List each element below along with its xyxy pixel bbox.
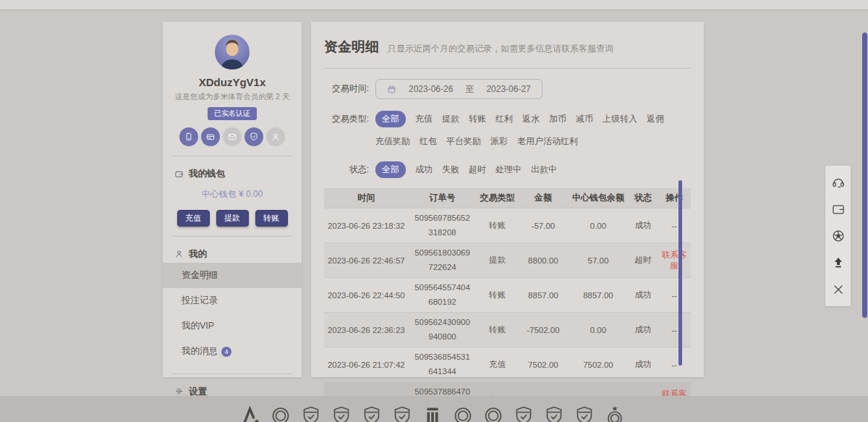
status-filter-pills: 全部成功失败超时处理中出款中 [375,160,557,178]
date-to[interactable]: 2023-06-27 [486,84,530,94]
team-badge-shield-3 [514,405,534,422]
cell-type: 提款 [476,255,518,266]
contact-support-link[interactable]: 联系客服 [658,250,691,271]
username: XDduzYgV1x [163,76,302,88]
back-to-top-icon[interactable] [831,256,846,270]
sidebar-item-投注记录[interactable]: 投注记录 [163,288,302,313]
status-pill-全部[interactable]: 全部 [375,161,406,178]
cell-type: 转账 [476,290,518,300]
type-pill-充值[interactable]: 充值 [415,111,433,127]
verify-shield-check-icon[interactable] [244,127,263,146]
cell-balance: 0.00 [568,326,629,334]
column-header-金额: 金额 [519,192,568,204]
close-icon[interactable] [831,282,846,297]
verify-mail-icon[interactable] [223,127,242,146]
sidebar-item-label: 我的VIP [182,321,214,331]
status-pill-处理中[interactable]: 处理中 [495,161,522,178]
type-filter-pills: 全部充值提款转账红利返水加币减币上级转入返佣充值奖励红包平台奖励派彩老用户活动红… [375,109,691,150]
cell-type: 转账 [476,220,518,231]
type-pill-加币[interactable]: 加币 [549,111,566,127]
verify-phone-icon[interactable] [179,127,198,146]
type-pill-上级转入[interactable]: 上级转入 [603,111,637,127]
cell-order-number: 509536854531641344 [409,347,477,381]
page-scrollbar[interactable] [862,33,867,318]
funds-detail-panel: 资金明细 只显示近两个月的交易记录，如需更多信息请联系客服查询 交易时间: 20… [311,22,704,377]
sydney-fc-logo [331,405,352,422]
message-count-badge: 4 [221,347,231,357]
status-pill-出款中[interactable]: 出款中 [531,161,557,178]
table-header-row: 时间订单号交易类型金额中心钱包余额状态操作 [324,188,691,208]
status-pill-成功[interactable]: 成功 [415,161,433,178]
verify-icons-row [163,127,302,146]
verify-user-icon[interactable] [266,127,285,146]
cell-time: 2023-06-26 22:36:23 [324,326,409,334]
date-range-picker[interactable]: 2023-06-26 至 2023-06-27 [375,79,542,99]
member-center-page: XDduzYgV1x 这是您成为多米体育会员的第 2 天 已实名认证 我的钱包 … [0,0,868,422]
wallet-button-转账[interactable]: 转账 [255,210,288,227]
cell-balance: 8857.00 [568,291,629,300]
column-header-订单号: 订单号 [409,192,477,204]
cell-status: 超时 [629,255,658,266]
cell-action: -- [658,221,691,230]
wallet-button-提款[interactable]: 提款 [216,210,249,227]
wallet-icon[interactable] [831,202,846,216]
cell-order-number: 509569785652318208 [409,208,477,242]
team-badge-round-1 [271,405,291,422]
status-filter-row: 状态: 全部成功失败超时处理中出款中 [324,160,691,178]
cell-balance: 57.00 [568,256,629,265]
type-pill-派彩[interactable]: 派彩 [490,133,508,150]
center-wallet-balance: 中心钱包 ¥ 0.00 [163,188,302,201]
type-pill-红利[interactable]: 红利 [495,111,513,127]
verify-bank-card-icon[interactable] [201,127,220,146]
wallet-buttons-row: 充值提款转账 [163,210,302,227]
type-pill-返佣[interactable]: 返佣 [647,111,664,127]
cell-balance: 7502.00 [568,360,629,369]
cell-amount: -7502.00 [519,326,568,334]
calendar-icon [387,85,396,94]
a-league-logo [240,405,260,422]
sidebar-item-我的消息[interactable]: 我的消息4 [163,339,302,364]
sidebar-item-label: 资金明细 [182,270,218,280]
headset-icon[interactable] [831,175,846,190]
cell-order-number: 509562430900940800 [409,313,477,347]
team-badge-star [605,405,625,422]
cell-status: 成功 [629,359,658,370]
wallet-button-充值[interactable]: 充值 [177,210,210,227]
divider [173,374,292,374]
type-pill-减币[interactable]: 减币 [576,111,593,127]
status-pill-失败[interactable]: 失败 [442,161,459,178]
avatar-photo-placeholder [215,35,250,69]
type-pill-老用户活动红利[interactable]: 老用户活动红利 [517,133,578,150]
type-pill-转账[interactable]: 转账 [469,111,486,127]
table-scrollbar[interactable] [678,180,682,366]
top-strip [0,0,868,10]
realname-verified-badge: 已实名认证 [208,107,257,120]
cell-amount: 7502.00 [519,360,568,369]
floating-tool-panel [825,166,851,306]
date-from[interactable]: 2023-06-26 [409,84,453,94]
column-header-操作: 操作 [658,192,691,204]
western-united-logo [422,405,443,422]
user-icon [174,249,184,261]
type-pill-红包[interactable]: 红包 [420,133,437,150]
football-icon[interactable] [831,229,846,243]
type-pill-提款[interactable]: 提款 [442,111,459,127]
member-note: 这是您成为多米体育会员的第 2 天 [163,92,302,102]
type-pill-全部[interactable]: 全部 [375,111,406,127]
type-pill-充值奖励[interactable]: 充值奖励 [375,133,410,150]
cell-action: -- [658,291,691,300]
table-row: 2023-06-26 22:46:57509561803069722624提款8… [324,242,691,277]
sidebar-item-资金明细[interactable]: 资金明细 [163,263,302,288]
type-pill-返水[interactable]: 返水 [522,111,540,127]
column-header-状态: 状态 [629,192,658,204]
type-pill-平台奖励[interactable]: 平台奖励 [446,133,481,150]
team-badge-shield-1 [362,405,382,422]
sidebar-item-我的VIP[interactable]: 我的VIP [163,313,302,339]
wallet-section-header: 我的钱包 [163,166,302,182]
footer [0,396,868,422]
cell-order-number: 509561803069722624 [409,243,477,277]
cell-status: 成功 [629,324,658,335]
status-pill-超时[interactable]: 超时 [469,161,486,178]
menu-group-label: 我的 [189,248,207,261]
central-coast-mariners-logo [453,405,473,422]
